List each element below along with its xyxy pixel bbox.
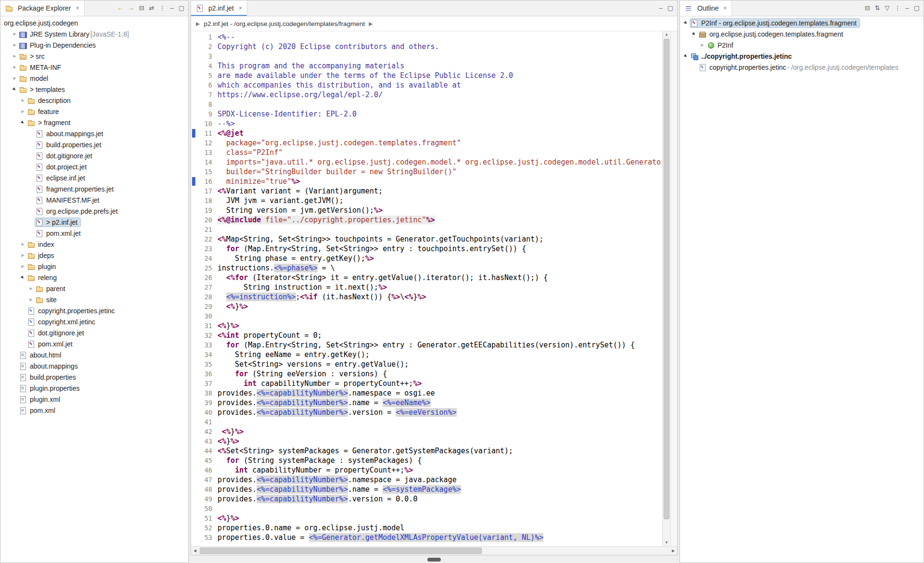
code-line[interactable]: 50	[191, 504, 662, 513]
tree-item[interactable]: > p2.inf.jet	[0, 217, 188, 228]
code-line[interactable]: 1<%--	[191, 32, 662, 42]
code-line[interactable]: 33 for (Map.Entry<String, Set<String>> e…	[191, 340, 662, 350]
code-line[interactable]: 40provides.<%=capabilityNumber%>.version…	[191, 408, 662, 417]
tree-item[interactable]: MANIFEST.MF.jet	[0, 194, 188, 205]
minimize-icon[interactable]: –	[905, 0, 909, 16]
code-line[interactable]: 11<%@jet	[191, 128, 662, 138]
expand-arrow-icon[interactable]	[19, 106, 27, 117]
code-line[interactable]: 3	[191, 51, 662, 61]
chevron-right-icon[interactable]: ▶	[196, 21, 200, 27]
code-line[interactable]: 46 int capabilityNumber = propertyCount+…	[191, 465, 662, 475]
code-line[interactable]: 16 minimize="true"%>	[191, 177, 662, 186]
code-line[interactable]: 35 Set<String> versions = entry.getValue…	[191, 359, 662, 369]
tree-item[interactable]: > src	[0, 51, 188, 62]
expand-arrow-icon[interactable]	[11, 39, 19, 51]
horizontal-scrollbar[interactable]: ◀ ▶	[191, 546, 677, 555]
code-line[interactable]: 12 package="org.eclipse.justj.codegen.te…	[191, 138, 662, 148]
code-line[interactable]: 49provides.<%=capabilityNumber%>.version…	[191, 494, 662, 504]
tree-item[interactable]: feature	[0, 106, 188, 117]
code-line[interactable]: 13 class="P2Inf"	[191, 148, 662, 157]
minimize-icon[interactable]: –	[170, 0, 173, 16]
chevron-right-icon[interactable]: ▶	[369, 21, 372, 27]
scroll-down-icon[interactable]: ▼	[663, 539, 670, 546]
expand-arrow-icon[interactable]	[27, 294, 35, 305]
vertical-scrollbar-thumb[interactable]	[664, 39, 669, 519]
maximize-icon[interactable]: ▢	[667, 0, 673, 16]
code-line[interactable]: 32<%int propertyCount = 0;	[191, 331, 662, 340]
expand-arrow-icon[interactable]	[19, 250, 27, 261]
scroll-left-icon[interactable]: ◀	[191, 547, 199, 555]
expand-arrow-icon[interactable]	[19, 95, 27, 106]
overview-ruler[interactable]	[670, 31, 677, 546]
close-icon[interactable]: ×	[239, 5, 242, 12]
code-line[interactable]: 43<%}%>	[191, 436, 662, 446]
code-line[interactable]: 17<%Variant variant = (Variant)argument;	[191, 186, 662, 196]
tree-item[interactable]: P2Inf - org.eclipse.justj.codegen.templa…	[680, 17, 924, 28]
tab-package-explorer[interactable]: Package Explorer ×	[0, 0, 85, 16]
code-line[interactable]: 53properties.0.value = <%=Generator.getM…	[191, 533, 662, 542]
code-line[interactable]: 21	[191, 225, 662, 234]
tab-p2-inf-jet[interactable]: p2.inf.jet ×	[191, 0, 247, 16]
code-line[interactable]: 25instructions.<%=phase%> = \	[191, 263, 662, 273]
tree-item[interactable]: about.mappings.jet	[0, 128, 188, 139]
tree-item[interactable]: > fragment	[0, 117, 188, 128]
code-line[interactable]: 39provides.<%=capabilityNumber%>.name = …	[191, 398, 662, 408]
tree-item[interactable]: dot.gitignore.jet	[0, 327, 188, 338]
code-line[interactable]: 6which accompanies this distribution, an…	[191, 80, 662, 90]
tree-item[interactable]: index	[0, 239, 188, 250]
tree-item[interactable]: site	[0, 294, 188, 305]
tree-item[interactable]: releng	[0, 272, 188, 283]
expand-arrow-icon[interactable]	[19, 261, 27, 272]
code-line[interactable]: 45 for (String systemPackage : systemPac…	[191, 456, 662, 465]
code-line[interactable]: 27 String instruction = it.next();%>	[191, 282, 662, 292]
collapse-arrow-icon[interactable]	[19, 272, 27, 283]
code-line[interactable]: 34 String eeName = entry.getKey();	[191, 350, 662, 359]
tree-item[interactable]: pom.xml.jet	[0, 338, 188, 349]
tree-item[interactable]: model	[0, 73, 188, 84]
code-line[interactable]: 26 <%for (Iterator<String> it = entry.ge…	[191, 273, 662, 282]
code-line[interactable]: 47provides.<%=capabilityNumber%>.namespa…	[191, 475, 662, 485]
tree-item[interactable]: about.html	[0, 349, 188, 360]
tree-item[interactable]: fragment.properties.jet	[0, 183, 188, 194]
collapse-arrow-icon[interactable]	[19, 117, 27, 128]
tree-item[interactable]: pom.xml.jet	[0, 228, 188, 239]
code-line[interactable]: 9SPDX-License-Identifier: EPL-2.0	[191, 109, 662, 119]
tree-item[interactable]: Plug-in Dependencies	[0, 39, 188, 51]
code-area[interactable]: 1<%--2Copyright (c) 2020 Eclipse contrib…	[191, 31, 662, 546]
tree-item[interactable]: description	[0, 95, 188, 106]
code-line[interactable]: 51<%}%>	[191, 513, 662, 523]
code-line[interactable]: 42 <%}%>	[191, 427, 662, 436]
tree-item[interactable]: eclipse.inf.jet	[0, 172, 188, 183]
code-line[interactable]: 22<%Map<String, Set<String>> touchpoints…	[191, 234, 662, 244]
collapse-arrow-icon[interactable]	[682, 17, 690, 28]
tree-item[interactable]: org.eclipse.pde.prefs.jet	[0, 205, 188, 217]
code-line[interactable]: 24 String phase = entry.getKey();%>	[191, 254, 662, 263]
tree-item[interactable]: ../copyright.properties.jetinc	[680, 51, 924, 62]
code-line[interactable]: 19 String version = jvm.getVersion();%>	[191, 205, 662, 215]
expand-arrow-icon[interactable]	[11, 62, 19, 73]
tree-item[interactable]: dot.project.jet	[0, 161, 188, 172]
maximize-icon[interactable]: ▢	[179, 0, 184, 16]
code-line[interactable]: 18 JVM jvm = variant.getJVM();	[191, 196, 662, 205]
tree-item[interactable]: plugin	[0, 261, 188, 272]
tree-item[interactable]: copyright.properties.jetinc	[0, 305, 188, 316]
expand-arrow-icon[interactable]	[11, 73, 19, 84]
code-line[interactable]: 14 imports="java.util.* org.eclipse.just…	[191, 157, 662, 167]
tab-outline[interactable]: Outline ×	[680, 0, 732, 16]
collapse-all-icon[interactable]: ⊟	[865, 0, 870, 16]
tree-item[interactable]: > templates	[0, 84, 188, 95]
code-line[interactable]: 41	[191, 417, 662, 427]
code-line[interactable]: 15 builder="StringBuilder builder = new …	[191, 167, 662, 177]
tree-item[interactable]: copyright.xml.jetinc	[0, 316, 188, 327]
tree-item[interactable]: META-INF	[0, 62, 188, 73]
tree-item[interactable]: org.eclipse.justj.codegen.templates.frag…	[680, 28, 924, 39]
tree-item[interactable]: plugin.properties	[0, 383, 188, 394]
code-line[interactable]: 29 <%}%>	[191, 302, 662, 311]
tree-item[interactable]: P2Inf	[680, 39, 924, 51]
code-line[interactable]: 8	[191, 100, 662, 109]
breadcrumb-label[interactable]: p2.inf.jet - /org.eclipse.justj.codegen/…	[204, 20, 365, 27]
view-menu-icon[interactable]: ⋮	[159, 0, 165, 16]
code-line[interactable]: 23 for (Map.Entry<String, Set<String>> e…	[191, 244, 662, 254]
code-line[interactable]: 31<%}%>	[191, 321, 662, 331]
expand-arrow-icon[interactable]	[698, 39, 706, 51]
